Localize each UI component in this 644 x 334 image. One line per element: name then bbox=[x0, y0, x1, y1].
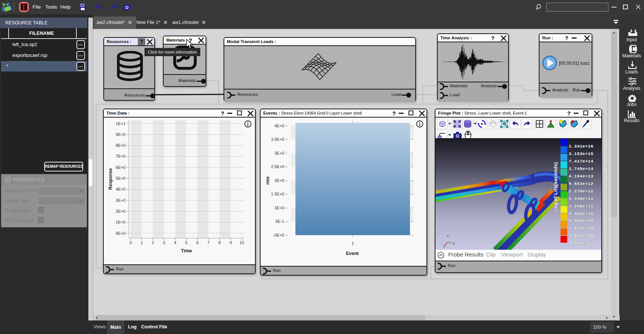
svg-text:2.955e+10: 2.955e+10 bbox=[569, 211, 593, 216]
svg-text:2: 2 bbox=[152, 240, 154, 245]
svg-text:3.153e+15: 3.153e+15 bbox=[569, 151, 593, 156]
svg-text:2.5E+0: 2.5E+0 bbox=[271, 164, 284, 169]
svg-text:Event: Event bbox=[346, 251, 359, 256]
svg-text:2E+0: 2E+0 bbox=[274, 178, 284, 183]
svg-text:4E+0: 4E+0 bbox=[274, 124, 284, 128]
svg-text:6E+0: 6E+0 bbox=[116, 165, 125, 170]
svg-text:5: 5 bbox=[185, 240, 187, 245]
svg-text:8E+0: 8E+0 bbox=[116, 143, 125, 148]
svg-text:5E-1: 5E-1 bbox=[276, 219, 284, 224]
svg-text:6.950e+09: 6.950e+09 bbox=[569, 218, 593, 223]
svg-text:1E+0: 1E+0 bbox=[274, 206, 284, 210]
svg-text:1: 1 bbox=[141, 240, 143, 245]
svg-text:4.104e+13: 4.104e+13 bbox=[569, 174, 593, 179]
svg-text:Z: Z bbox=[443, 244, 446, 248]
svg-text:1E+1: 1E+1 bbox=[116, 121, 125, 126]
svg-text:1.5E+0: 1.5E+0 bbox=[271, 192, 284, 196]
svg-text:3E+0: 3E+0 bbox=[274, 151, 284, 155]
svg-text:4: 4 bbox=[174, 240, 176, 245]
svg-text:3.5E+0: 3.5E+0 bbox=[271, 137, 284, 142]
svg-text:Time: Time bbox=[181, 248, 192, 253]
svg-text:0E+0: 0E+0 bbox=[116, 231, 125, 236]
svg-text:1.341e+16: 1.341e+16 bbox=[569, 144, 593, 149]
svg-text:Response: Response bbox=[108, 168, 113, 190]
svg-text:9: 9 bbox=[230, 240, 232, 245]
svg-text:rms: rms bbox=[265, 176, 270, 185]
svg-text:3.845e+08: 3.845e+08 bbox=[569, 233, 593, 238]
svg-text:1.635e+09: 1.635e+09 bbox=[569, 226, 593, 231]
svg-text:5E+0: 5E+0 bbox=[116, 176, 125, 180]
svg-text:Log of Life(seconds): Log of Life(seconds) bbox=[553, 162, 558, 212]
svg-text:4E+0: 4E+0 bbox=[116, 187, 125, 191]
svg-text:2.270e+12: 2.270e+12 bbox=[569, 189, 593, 194]
svg-text:1: 1 bbox=[352, 241, 354, 246]
svg-text:2E+0: 2E+0 bbox=[116, 209, 125, 213]
svg-text:6: 6 bbox=[196, 240, 198, 245]
svg-text:3E+0: 3E+0 bbox=[116, 198, 125, 203]
svg-text:5.340e+11: 5.340e+11 bbox=[569, 196, 593, 201]
svg-text:1.745e+14: 1.745e+14 bbox=[569, 166, 593, 171]
svg-text:7.417e+14: 7.417e+14 bbox=[569, 159, 593, 164]
svg-text:0: 0 bbox=[130, 240, 132, 245]
svg-text:7: 7 bbox=[207, 240, 210, 245]
svg-text:9.044e+07: 9.044e+07 bbox=[569, 241, 593, 246]
svg-text:9E+0: 9E+0 bbox=[116, 132, 125, 137]
svg-text:10: 10 bbox=[240, 240, 244, 245]
svg-text:Y: Y bbox=[447, 234, 449, 238]
svg-text:9.653e+12: 9.653e+12 bbox=[569, 181, 593, 186]
svg-text:1E+0: 1E+0 bbox=[116, 220, 125, 224]
svg-text:8: 8 bbox=[219, 240, 221, 245]
svg-text:1.256e+11: 1.256e+11 bbox=[569, 204, 593, 209]
svg-text:7E+0: 7E+0 bbox=[116, 154, 125, 158]
svg-text:X: X bbox=[453, 242, 455, 245]
svg-text:3: 3 bbox=[163, 240, 165, 245]
svg-text:-0E+0: -0E+0 bbox=[273, 233, 284, 237]
